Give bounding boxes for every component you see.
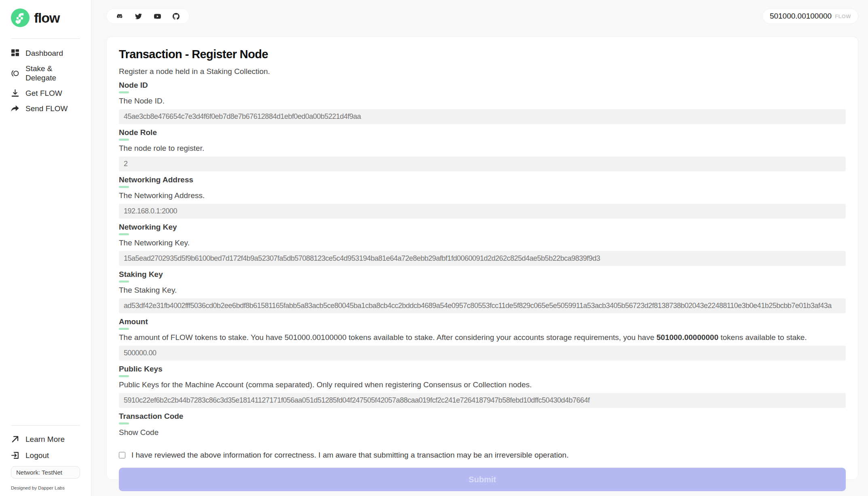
sidebar-divider-bottom <box>11 425 80 426</box>
field-label: Transaction Code <box>119 412 846 421</box>
network-badge: Network: TestNet <box>11 466 80 479</box>
logout-icon <box>11 451 19 460</box>
sidebar-item-label: Stake & Delegate <box>25 64 80 82</box>
field-staking-key: Staking Key The Staking Key. <box>119 270 846 313</box>
social-links-pill <box>106 8 190 24</box>
sidebar-item-learn-more[interactable]: Learn More <box>11 435 80 444</box>
field-description: The Networking Key. <box>119 238 846 248</box>
flow-logo: flow <box>0 8 91 27</box>
public-keys-input[interactable] <box>119 393 846 408</box>
green-underline <box>119 281 129 283</box>
page-title: Transaction - Register Node <box>119 48 846 61</box>
sidebar-divider-top <box>11 38 80 39</box>
green-underline <box>119 233 129 235</box>
field-label: Amount <box>119 317 846 326</box>
balance-currency-label: FLOW <box>835 13 851 19</box>
flow-logo-icon <box>11 8 30 27</box>
discord-icon[interactable] <box>116 12 124 20</box>
green-underline <box>119 422 129 424</box>
field-node-role: Node Role The node role to register. <box>119 128 846 171</box>
field-description: The node role to register. <box>119 144 846 153</box>
node-role-input[interactable] <box>119 156 846 171</box>
dashboard-grid-icon <box>11 49 19 57</box>
youtube-icon[interactable] <box>153 12 161 20</box>
field-transaction-code: Transaction Code Show Code <box>119 412 846 437</box>
green-underline <box>119 375 129 377</box>
green-underline <box>119 91 129 93</box>
field-label: Staking Key <box>119 270 846 279</box>
sidebar-footer: Learn More Logout Network: TestNet Desig… <box>0 425 91 490</box>
main-area: 501000.00100000 FLOW Transaction - Regis… <box>91 0 868 496</box>
field-networking-address: Networking Address The Networking Addres… <box>119 175 846 219</box>
field-label: Public Keys <box>119 365 846 374</box>
field-amount: Amount The amount of FLOW tokens to stak… <box>119 317 846 361</box>
available-to-stake-amount: 501000.00000000 <box>657 333 718 342</box>
field-label: Node Role <box>119 128 846 137</box>
external-link-icon <box>11 435 19 443</box>
sidebar-item-label: Logout <box>25 451 49 460</box>
page-subtitle: Register a node held in a Staking Collec… <box>119 67 846 76</box>
sidebar-item-label: Learn More <box>25 435 65 444</box>
amount-input[interactable] <box>119 346 846 361</box>
field-description: The Staking Key. <box>119 285 846 295</box>
sidebar-item-send-flow[interactable]: Send FLOW <box>11 104 80 113</box>
brand-name: flow <box>34 10 59 26</box>
field-label: Networking Key <box>119 223 846 232</box>
stake-rings-icon <box>11 69 19 78</box>
sidebar-item-label: Get FLOW <box>25 89 62 98</box>
green-underline <box>119 328 129 330</box>
field-networking-key: Networking Key The Networking Key. <box>119 223 846 266</box>
balance-amount: 501000.00100000 <box>770 12 832 21</box>
node-id-input[interactable] <box>119 109 846 124</box>
designed-by-credit: Designed by Dapper Labs <box>11 485 80 490</box>
sidebar-item-stake-delegate[interactable]: Stake & Delegate <box>11 64 80 82</box>
staking-key-input[interactable] <box>119 298 846 313</box>
submit-button[interactable]: Submit <box>119 468 846 491</box>
sidebar-item-label: Send FLOW <box>25 104 68 113</box>
send-arrow-icon <box>11 104 19 113</box>
field-description: The Networking Address. <box>119 191 846 201</box>
sidebar-item-get-flow[interactable]: Get FLOW <box>11 89 80 98</box>
show-code-toggle[interactable]: Show Code <box>119 428 158 437</box>
sidebar-item-dashboard[interactable]: Dashboard <box>11 49 80 58</box>
field-description: Public Keys for the Machine Account (com… <box>119 380 846 390</box>
networking-key-input[interactable] <box>119 251 846 266</box>
field-public-keys: Public Keys Public Keys for the Machine … <box>119 365 846 408</box>
transaction-card: Transaction - Register Node Register a n… <box>106 36 858 480</box>
green-underline <box>119 139 129 141</box>
field-description: The Node ID. <box>119 96 846 106</box>
field-label: Networking Address <box>119 175 846 184</box>
green-underline <box>119 186 129 188</box>
sidebar: flow Dashboard Stake & Delegate <box>0 0 91 496</box>
sidebar-item-logout[interactable]: Logout <box>11 451 80 460</box>
account-balance-pill: 501000.00100000 FLOW <box>762 8 858 24</box>
field-description: The amount of FLOW tokens to stake. You … <box>119 333 846 342</box>
sidebar-item-label: Dashboard <box>25 49 63 58</box>
twitter-icon[interactable] <box>135 12 143 20</box>
confirmation-label: I have reviewed the above information fo… <box>131 451 568 460</box>
github-icon[interactable] <box>172 12 180 20</box>
confirmation-checkbox[interactable] <box>119 452 125 458</box>
networking-address-input[interactable] <box>119 204 846 219</box>
sidebar-nav: Dashboard Stake & Delegate Get FLOW <box>0 49 91 113</box>
confirmation-row: I have reviewed the above information fo… <box>119 451 846 460</box>
field-label: Node ID <box>119 81 846 90</box>
field-node-id: Node ID The Node ID. <box>119 81 846 124</box>
topbar: 501000.00100000 FLOW <box>106 8 858 24</box>
download-icon <box>11 89 19 97</box>
